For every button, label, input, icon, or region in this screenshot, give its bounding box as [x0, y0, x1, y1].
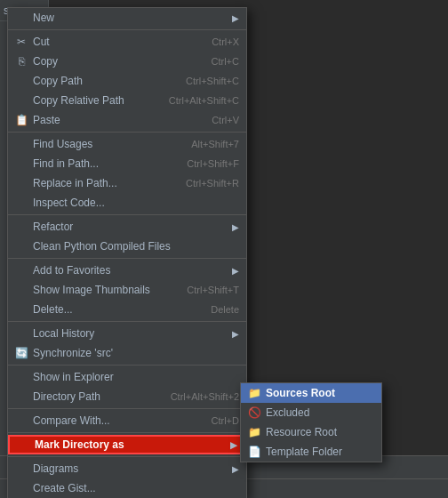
menu-item-label: Show in Explorer	[33, 371, 114, 383]
menu-item-inspect-code[interactable]: Inspect Code...	[8, 193, 246, 213]
menu-item-synchronize[interactable]: 🔄 Synchronize 'src'	[8, 343, 246, 363]
paste-icon: 📋	[13, 114, 29, 126]
submenu-arrow: ▶	[230, 440, 237, 450]
submenu-item-resource-root[interactable]: 📁 Resource Root	[241, 422, 381, 442]
menu-item-copy[interactable]: ⎘ Copy Ctrl+C	[8, 52, 246, 71]
submenu-arrow: ▶	[232, 266, 239, 276]
excluded-icon: 🚫	[246, 406, 262, 419]
menu-item-label: Local History	[33, 327, 94, 340]
submenu-item-label: Template Folder	[266, 446, 342, 458]
context-menu: New ▶ ✂ Cut Ctrl+X ⎘ Copy Ctrl+C Copy Pa…	[7, 7, 247, 498]
menu-item-label: Delete...	[33, 303, 73, 316]
menu-item-label: Mark Directory as	[35, 438, 124, 451]
copy-icon: ⎘	[13, 55, 29, 68]
menu-item-cut[interactable]: ✂ Cut Ctrl+X	[8, 32, 246, 52]
shortcut-label: Ctrl+X	[212, 36, 239, 47]
menu-item-directory-path[interactable]: Directory Path Ctrl+Alt+Shift+2	[8, 387, 246, 406]
menu-item-label: Copy Path	[33, 75, 83, 87]
menu-separator	[8, 214, 246, 215]
menu-item-label: Cut	[33, 36, 50, 48]
menu-item-label: Replace in Path...	[33, 177, 117, 189]
menu-item-replace-in-path[interactable]: Replace in Path... Ctrl+Shift+R	[8, 173, 246, 193]
menu-item-diagrams[interactable]: Diagrams ▶	[8, 459, 246, 478]
sync-icon: 🔄	[13, 347, 29, 359]
shortcut-label: Ctrl+Shift+R	[186, 178, 239, 189]
menu-item-label: Create Gist...	[33, 482, 96, 494]
menu-separator	[8, 132, 246, 133]
menu-item-label: Find Usages	[33, 138, 92, 150]
menu-item-label: Synchronize 'src'	[33, 347, 113, 359]
menu-item-label: Paste	[33, 114, 60, 126]
menu-item-label: Show Image Thumbnails	[33, 284, 150, 296]
menu-item-add-favorites[interactable]: Add to Favorites ▶	[8, 261, 246, 280]
resource-root-icon: 📁	[246, 426, 262, 438]
submenu-item-template-folder[interactable]: 📄 Template Folder	[241, 442, 381, 462]
menu-item-label: Compare With...	[33, 414, 110, 427]
menu-item-delete[interactable]: Delete... Delete	[8, 300, 246, 319]
submenu-item-label: Sources Root	[266, 387, 335, 399]
menu-separator	[8, 29, 246, 30]
menu-item-label: Copy Relative Path	[33, 94, 124, 107]
menu-item-find-usages[interactable]: Find Usages Alt+Shift+7	[8, 134, 246, 154]
menu-item-compare-with[interactable]: Compare With... Ctrl+D	[8, 411, 246, 430]
menu-separator	[8, 456, 246, 457]
submenu-arrow: ▶	[232, 13, 239, 23]
menu-separator	[8, 258, 246, 259]
submenu-item-label: Resource Root	[266, 426, 337, 438]
shortcut-label: Ctrl+Alt+Shift+2	[171, 391, 239, 402]
shortcut-label: Ctrl+Alt+Shift+C	[169, 95, 239, 106]
submenu-arrow: ▶	[232, 222, 239, 232]
menu-item-label: Diagrams	[33, 462, 78, 475]
menu-item-label: Add to Favorites	[33, 264, 110, 277]
menu-item-copy-path[interactable]: Copy Path Ctrl+Shift+C	[8, 71, 246, 91]
menu-item-label: Refactor	[33, 221, 73, 233]
menu-item-label: Clean Python Compiled Files	[33, 240, 171, 253]
shortcut-label: Ctrl+C	[212, 56, 239, 67]
shortcut-label: Delete	[211, 304, 239, 315]
menu-item-label: Directory Path	[33, 390, 100, 403]
menu-item-show-image[interactable]: Show Image Thumbnails Ctrl+Shift+T	[8, 280, 246, 300]
submenu-item-sources-root[interactable]: 📁 Sources Root	[241, 383, 381, 403]
menu-item-mark-directory-as[interactable]: Mark Directory as ▶	[8, 435, 246, 454]
menu-item-label: Find in Path...	[33, 157, 99, 170]
submenu-arrow: ▶	[232, 464, 239, 474]
submenu-item-label: Excluded	[266, 406, 309, 419]
menu-item-create-gist[interactable]: Create Gist...	[8, 478, 246, 498]
shortcut-label: Ctrl+Shift+T	[187, 285, 239, 295]
menu-item-clean-python[interactable]: Clean Python Compiled Files	[8, 237, 246, 256]
submenu-mark-directory: 📁 Sources Root 🚫 Excluded 📁 Resource Roo…	[240, 382, 382, 462]
menu-item-local-history[interactable]: Local History ▶	[8, 324, 246, 343]
submenu-arrow: ▶	[232, 329, 239, 339]
menu-item-show-explorer[interactable]: Show in Explorer	[8, 367, 246, 387]
menu-item-label: New	[33, 12, 54, 24]
sources-root-icon: 📁	[246, 387, 262, 399]
menu-item-copy-relative-path[interactable]: Copy Relative Path Ctrl+Alt+Shift+C	[8, 91, 246, 110]
menu-separator	[8, 365, 246, 365]
shortcut-label: Ctrl+Shift+F	[187, 158, 239, 169]
menu-item-refactor[interactable]: Refactor ▶	[8, 217, 246, 237]
shortcut-label: Ctrl+D	[212, 415, 239, 426]
menu-item-find-in-path[interactable]: Find in Path... Ctrl+Shift+F	[8, 154, 246, 173]
menu-item-paste[interactable]: 📋 Paste Ctrl+V	[8, 110, 246, 130]
menu-item-label: Inspect Code...	[33, 197, 105, 209]
menu-separator	[8, 432, 246, 433]
template-folder-icon: 📄	[246, 446, 262, 458]
menu-separator	[8, 408, 246, 409]
menu-item-new[interactable]: New ▶	[8, 8, 246, 28]
menu-separator	[8, 321, 246, 322]
submenu-item-excluded[interactable]: 🚫 Excluded	[241, 403, 381, 422]
shortcut-label: Ctrl+V	[212, 115, 239, 125]
shortcut-label: Alt+Shift+7	[191, 139, 239, 149]
cut-icon: ✂	[13, 36, 29, 48]
menu-item-label: Copy	[33, 55, 58, 68]
shortcut-label: Ctrl+Shift+C	[186, 76, 239, 86]
